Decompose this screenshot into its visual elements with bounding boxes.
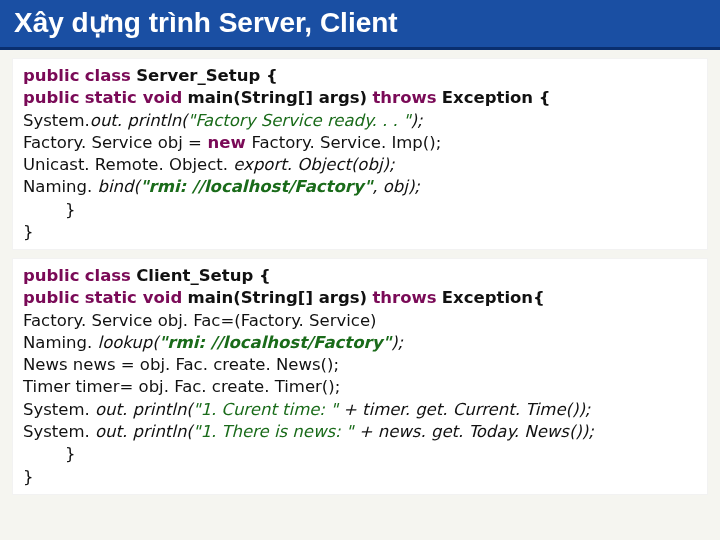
code-text: System.: [23, 422, 90, 441]
keyword-public: public: [23, 266, 79, 285]
keyword-new: new: [202, 133, 252, 152]
code-line: News news = obj. Fac. create. News();: [23, 354, 697, 376]
exception: Exception {: [442, 88, 551, 107]
code-text: + news. get. Today. News());: [353, 422, 593, 441]
code-line: System.out. println("Factory Service rea…: [23, 110, 697, 132]
code-text: Factory. Service. Imp();: [252, 133, 442, 152]
class-name: Server_Setup {: [136, 66, 278, 85]
exception: Exception{: [442, 288, 545, 307]
keyword-throws: throws: [372, 288, 436, 307]
code-text: export. Object(obj);: [233, 155, 394, 174]
code-text: Factory. Service obj =: [23, 133, 202, 152]
code-line: public static void main(String[] args) t…: [23, 287, 697, 309]
code-text: Unicast. Remote. Object.: [23, 155, 233, 174]
code-line: public class Client_Setup {: [23, 265, 697, 287]
slide: Xây dựng trình Server, Client public cla…: [0, 0, 720, 540]
string-literal: "Factory Service ready. . . ": [188, 111, 411, 130]
method-main: main(String[] args): [187, 88, 367, 107]
string-literal: "rmi: //localhost/Factory": [140, 177, 372, 196]
server-code-block: public class Server_Setup { public stati…: [12, 58, 708, 250]
code-line: System. out. println("1. Curent time: " …: [23, 399, 697, 421]
keyword-public: public: [23, 88, 79, 107]
title-bar: Xây dựng trình Server, Client: [0, 0, 720, 50]
method-main: main(String[] args): [187, 288, 367, 307]
string-literal: "rmi: //localhost/Factory": [159, 333, 391, 352]
code-line: Unicast. Remote. Object. export. Object(…: [23, 154, 697, 176]
client-code-block: public class Client_Setup { public stati…: [12, 258, 708, 495]
keyword-class: class: [85, 66, 131, 85]
slide-title: Xây dựng trình Server, Client: [14, 7, 398, 38]
code-line: }: [23, 221, 697, 243]
code-line: public static void main(String[] args) t…: [23, 87, 697, 109]
code-line: Naming. bind("rmi: //localhost/Factory",…: [23, 176, 697, 198]
keyword-public: public: [23, 66, 79, 85]
code-text: System.: [23, 111, 90, 130]
code-line: }: [23, 466, 697, 488]
keyword-class: class: [85, 266, 131, 285]
string-literal: "1. There is news: ": [193, 422, 354, 441]
keyword-static-void: static void: [85, 88, 182, 107]
code-text: out. println(: [90, 422, 193, 441]
code-line: System. out. println("1. There is news: …: [23, 421, 697, 443]
code-text: Naming.: [23, 177, 98, 196]
keyword-throws: throws: [372, 88, 436, 107]
code-text: bind(: [98, 177, 140, 196]
code-line: }: [23, 443, 697, 465]
code-text: lookup(: [98, 333, 159, 352]
code-line: public class Server_Setup {: [23, 65, 697, 87]
code-text: );: [391, 333, 403, 352]
code-line: Factory. Service obj = new Factory. Serv…: [23, 132, 697, 154]
code-text: + timer. get. Current. Time());: [338, 400, 591, 419]
code-text: Naming.: [23, 333, 98, 352]
code-text: out. println(: [90, 400, 193, 419]
code-line: Naming. lookup("rmi: //localhost/Factory…: [23, 332, 697, 354]
code-text: out. println(: [90, 111, 188, 130]
keyword-static-void: static void: [85, 288, 182, 307]
code-text: , obj);: [372, 177, 420, 196]
code-line: }: [23, 199, 697, 221]
code-text: );: [411, 111, 423, 130]
keyword-public: public: [23, 288, 79, 307]
string-literal: "1. Curent time: ": [193, 400, 338, 419]
code-text: System.: [23, 400, 90, 419]
code-line: Factory. Service obj. Fac=(Factory. Serv…: [23, 310, 697, 332]
class-name: Client_Setup {: [136, 266, 271, 285]
code-line: Timer timer= obj. Fac. create. Timer();: [23, 376, 697, 398]
